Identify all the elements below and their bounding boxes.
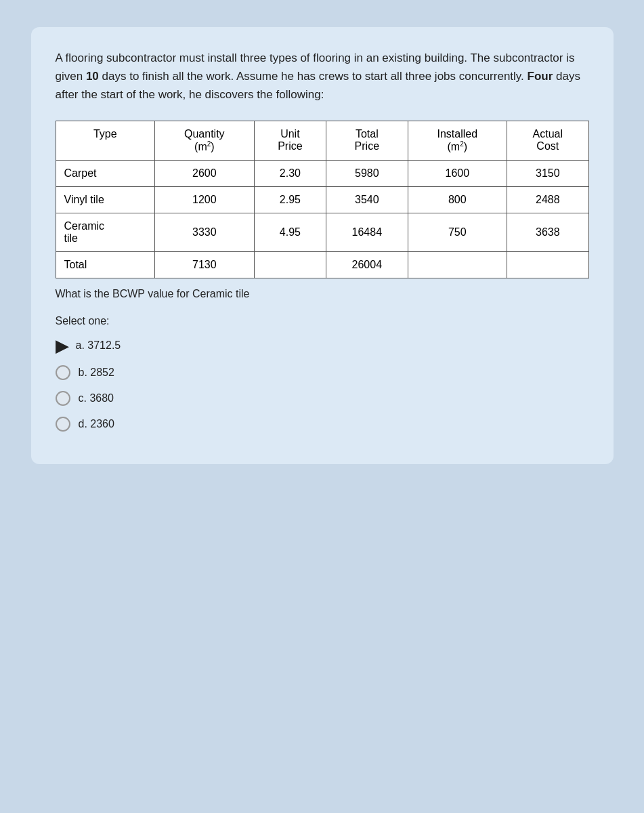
- radio-d[interactable]: [56, 417, 70, 432]
- option-c[interactable]: c. 3680: [56, 391, 589, 406]
- cell-total-total: 26004: [326, 251, 408, 278]
- option-d[interactable]: d. 2360: [56, 417, 589, 432]
- cell-type-total: Total: [56, 251, 155, 278]
- option-c-label: c. 3680: [79, 392, 114, 404]
- col-header-actual-cost: ActualCost: [507, 121, 588, 160]
- cell-unit-ceramic: 4.95: [254, 213, 326, 251]
- cell-unit-vinyl: 2.95: [254, 186, 326, 213]
- col-header-total-price: TotalPrice: [326, 121, 408, 160]
- option-b[interactable]: b. 2852: [56, 365, 589, 380]
- flooring-table: Type Quantity(m2) UnitPrice TotalPrice I…: [56, 121, 589, 278]
- cell-unit-total: [254, 251, 326, 278]
- col-header-quantity: Quantity(m2): [155, 121, 255, 160]
- option-a[interactable]: ▶ a. 3712.5: [56, 337, 589, 354]
- cell-installed-vinyl: 800: [408, 186, 507, 213]
- radio-b[interactable]: [56, 365, 70, 380]
- cell-actual-ceramic: 3638: [507, 213, 588, 251]
- options-list: ▶ a. 3712.5 b. 2852 c. 3680 d. 2360: [56, 337, 589, 432]
- col-header-type: Type: [56, 121, 155, 160]
- question-card: A flooring subcontractor must install th…: [31, 27, 614, 464]
- col-header-unit-price: UnitPrice: [254, 121, 326, 160]
- option-b-label: b. 2852: [79, 367, 114, 379]
- cell-type-carpet: Carpet: [56, 160, 155, 186]
- cell-installed-carpet: 1600: [408, 160, 507, 186]
- cell-type-ceramic: Ceramictile: [56, 213, 155, 251]
- cell-total-carpet: 5980: [326, 160, 408, 186]
- cell-qty-vinyl: 1200: [155, 186, 255, 213]
- cell-installed-ceramic: 750: [408, 213, 507, 251]
- cell-qty-ceramic: 3330: [155, 213, 255, 251]
- bold-10: 10: [86, 70, 99, 83]
- cell-qty-total: 7130: [155, 251, 255, 278]
- cell-type-vinyl: Vinyl tile: [56, 186, 155, 213]
- below-table-question: What is the BCWP value for Ceramic tile: [56, 288, 589, 300]
- cell-qty-carpet: 2600: [155, 160, 255, 186]
- cell-total-vinyl: 3540: [326, 186, 408, 213]
- cell-actual-vinyl: 2488: [507, 186, 588, 213]
- select-one-label: Select one:: [56, 315, 589, 327]
- table-row: Carpet 2600 2.30 5980 1600 3150: [56, 160, 588, 186]
- cell-actual-total: [507, 251, 588, 278]
- table-row: Vinyl tile 1200 2.95 3540 800 2488: [56, 186, 588, 213]
- table-row-total: Total 7130 26004: [56, 251, 588, 278]
- radio-c[interactable]: [56, 391, 70, 406]
- data-table-wrapper: Type Quantity(m2) UnitPrice TotalPrice I…: [56, 121, 589, 278]
- cell-actual-carpet: 3150: [507, 160, 588, 186]
- bold-four: Four: [528, 70, 553, 83]
- cell-total-ceramic: 16484: [326, 213, 408, 251]
- cell-installed-total: [408, 251, 507, 278]
- question-text: A flooring subcontractor must install th…: [56, 49, 589, 104]
- cell-unit-carpet: 2.30: [254, 160, 326, 186]
- col-header-installed: Installed(m2): [408, 121, 507, 160]
- table-row: Ceramictile 3330 4.95 16484 750 3638: [56, 213, 588, 251]
- option-d-label: d. 2360: [79, 418, 114, 430]
- arrow-icon: ▶: [56, 337, 69, 354]
- option-a-label: a. 3712.5: [76, 339, 121, 352]
